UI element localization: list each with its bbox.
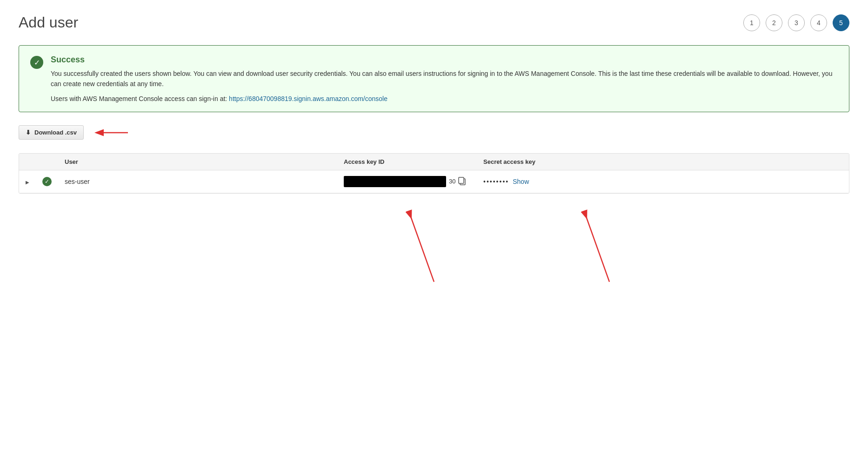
key-suffix: 30 [449, 178, 455, 185]
col-header-access-key: Access key ID [337, 154, 477, 170]
status-cell: ✓ [36, 170, 58, 193]
users-table-wrapper: User Access key ID Secret access key ▶ ✓ [19, 153, 849, 194]
table-header-row: User Access key ID Secret access key [19, 154, 849, 170]
svg-line-6 [411, 217, 434, 282]
col-header-status [36, 154, 58, 170]
download-csv-button[interactable]: ⬇ Download .csv [19, 125, 84, 140]
success-banner: ✓ Success You successfully created the u… [19, 45, 849, 112]
redacted-key-block [344, 176, 446, 187]
success-title: Success [51, 55, 838, 65]
secret-key-cell: •••••••• Show [477, 170, 849, 193]
users-table: User Access key ID Secret access key ▶ ✓ [19, 154, 849, 193]
arrows-svg [19, 203, 849, 287]
row-success-icon: ✓ [42, 177, 52, 186]
step-4: 4 [810, 14, 827, 31]
copy-icon[interactable] [458, 177, 467, 186]
access-key-cell: 30 [337, 170, 477, 193]
download-icon: ⬇ [26, 129, 31, 136]
signin-url[interactable]: https://680470098819.signin.aws.amazon.c… [229, 95, 387, 102]
download-label: Download .csv [34, 129, 77, 136]
step-2: 2 [766, 14, 782, 31]
success-icon: ✓ [30, 56, 43, 69]
page-title: Add user [19, 14, 78, 31]
expand-arrow-icon: ▶ [26, 180, 29, 185]
show-secret-link[interactable]: Show [513, 178, 529, 185]
col-header-expand [19, 154, 36, 170]
svg-line-7 [586, 217, 609, 282]
step-1: 1 [743, 14, 760, 31]
step-5: 5 [833, 14, 849, 31]
masked-secret: •••••••• [483, 178, 509, 185]
success-body: You successfully created the users shown… [51, 68, 838, 89]
download-arrow-annotation [93, 123, 130, 142]
success-signin: Users with AWS Management Console access… [51, 95, 838, 102]
step-3: 3 [788, 14, 805, 31]
user-cell: ses-user [58, 170, 337, 193]
expand-cell[interactable]: ▶ [19, 170, 36, 193]
table-row: ▶ ✓ ses-user 30 [19, 170, 849, 193]
page-header: Add user 1 2 3 4 5 [19, 14, 849, 31]
username: ses-user [65, 178, 90, 185]
download-area: ⬇ Download .csv [19, 123, 849, 142]
annotation-arrows [19, 203, 849, 287]
signin-prefix: Users with AWS Management Console access… [51, 95, 229, 102]
steps-indicator: 1 2 3 4 5 [743, 14, 849, 31]
col-header-user: User [58, 154, 337, 170]
col-header-secret: Secret access key [477, 154, 849, 170]
svg-rect-3 [459, 177, 464, 183]
success-content: Success You successfully created the use… [51, 55, 838, 102]
